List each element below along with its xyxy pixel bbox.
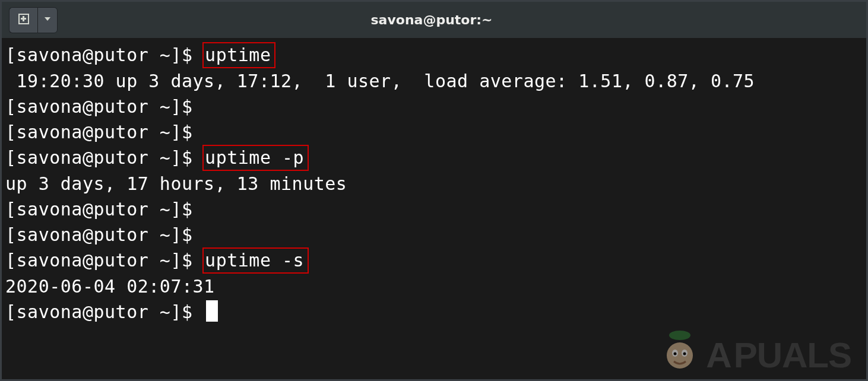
terminal-line: [savona@putor ~]$	[5, 196, 863, 222]
titlebar: savona@putor:~	[2, 2, 866, 39]
cursor	[206, 300, 218, 322]
svg-point-8	[683, 353, 686, 355]
titlebar-button-group	[9, 7, 58, 33]
terminal-line: [savona@putor ~]$ uptime -s	[5, 247, 863, 274]
terminal-output: 19:20:30 up 3 days, 17:12, 1 user, load …	[5, 68, 863, 94]
prompt: [savona@putor ~]$	[5, 147, 204, 168]
tab-dropdown-button[interactable]	[37, 7, 58, 33]
terminal-line: [savona@putor ~]$	[5, 299, 863, 325]
watermark-rest: PUALS	[734, 335, 851, 376]
new-tab-icon	[17, 12, 30, 28]
watermark-letter-a: A	[706, 335, 731, 376]
chevron-down-icon	[43, 14, 52, 26]
prompt: [savona@putor ~]$	[5, 45, 204, 65]
terminal-area[interactable]: [savona@putor ~]$ uptime 19:20:30 up 3 d…	[2, 39, 866, 379]
terminal-line: [savona@putor ~]$	[5, 222, 863, 247]
new-tab-button[interactable]	[9, 7, 37, 33]
svg-point-4	[669, 331, 690, 340]
prompt: [savona@putor ~]$	[5, 122, 204, 142]
svg-rect-2	[21, 18, 26, 20]
terminal-output: up 3 days, 17 hours, 13 minutes	[5, 171, 863, 196]
terminal-output: 2020-06-04 02:07:31	[5, 274, 863, 299]
terminal-line: [savona@putor ~]$	[5, 94, 863, 119]
prompt: [savona@putor ~]$	[5, 224, 204, 245]
command: uptime -s	[202, 247, 309, 274]
terminal-line: [savona@putor ~]$	[5, 119, 863, 145]
watermark: APUALS	[706, 335, 851, 376]
prompt: [savona@putor ~]$	[5, 96, 204, 117]
prompt: [savona@putor ~]$	[5, 301, 204, 322]
command: uptime -p	[202, 145, 309, 171]
terminal-line: [savona@putor ~]$ uptime -p	[5, 145, 863, 171]
mascot-icon	[661, 325, 699, 372]
command: uptime	[202, 42, 275, 68]
prompt: [savona@putor ~]$	[5, 250, 204, 271]
terminal-line: [savona@putor ~]$ uptime	[5, 42, 863, 68]
window-title: savona@putor:~	[58, 12, 859, 27]
prompt: [savona@putor ~]$	[5, 199, 204, 220]
svg-point-7	[674, 353, 677, 355]
